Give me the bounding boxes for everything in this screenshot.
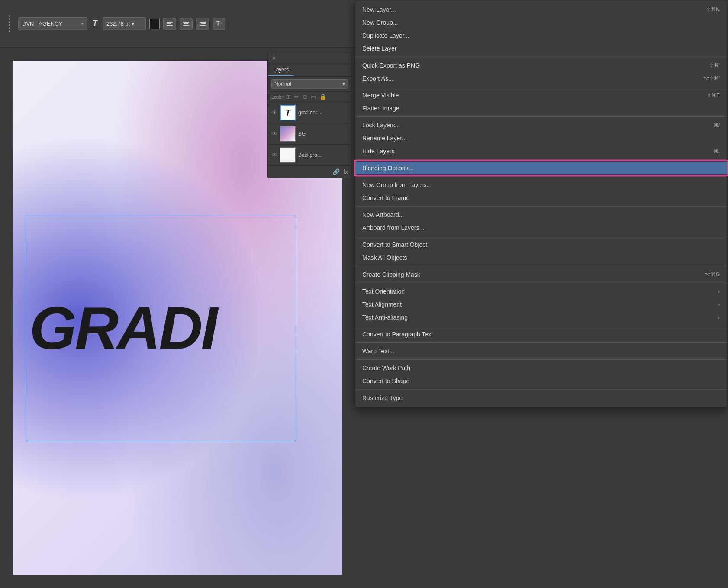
- menu-shortcut-lock-layers: ⌘/: [713, 122, 720, 128]
- align-left-icon: [166, 20, 173, 27]
- layers-tab[interactable]: Layers: [268, 64, 294, 76]
- menu-item-create-work-path[interactable]: Create Work Path: [355, 362, 727, 375]
- menu-item-new-group[interactable]: New Group...: [355, 16, 727, 29]
- menu-separator-after-warp-text: [355, 359, 727, 360]
- layer-visibility-bg[interactable]: 👁: [271, 130, 277, 137]
- menu-item-rasterize-type[interactable]: Rasterize Type: [355, 391, 727, 404]
- svg-rect-3: [183, 22, 189, 23]
- font-select[interactable]: DVN - AGENCY ▾: [18, 17, 87, 30]
- menu-shortcut-merge-visible: ⇧⌘E: [707, 92, 720, 98]
- layer-visibility-gradient[interactable]: 👁: [271, 109, 277, 116]
- layer-visibility-background[interactable]: 👁: [271, 152, 277, 158]
- align-right-button[interactable]: [196, 18, 209, 30]
- font-name-label: DVN - AGENCY: [22, 20, 62, 27]
- menu-label-duplicate-layer: Duplicate Layer...: [362, 32, 720, 39]
- menu-item-convert-to-shape[interactable]: Convert to Shape: [355, 375, 727, 388]
- blend-mode-arrow: ▾: [342, 81, 345, 87]
- canvas-text[interactable]: GRADI: [29, 293, 216, 363]
- menu-item-warp-text[interactable]: Warp Text...: [355, 345, 727, 358]
- menu-item-new-layer[interactable]: New Layer...⇧⌘N: [355, 3, 727, 16]
- menu-separator-after-convert-to-shape: [355, 389, 727, 390]
- layers-panel-tabs: Layers: [268, 64, 351, 77]
- menu-item-duplicate-layer[interactable]: Duplicate Layer...: [355, 29, 727, 42]
- menu-separator-after-create-clipping-mask: [355, 283, 727, 283]
- menu-label-new-layer: New Layer...: [362, 6, 698, 13]
- menu-item-convert-to-paragraph-text[interactable]: Convert to Paragraph Text: [355, 328, 727, 341]
- menu-item-blending-options[interactable]: Blending Options...: [355, 162, 727, 174]
- menu-item-text-anti-aliasing[interactable]: Text Anti-aliasing›: [355, 311, 727, 324]
- menu-item-new-artboard[interactable]: New Artboard...: [355, 208, 727, 221]
- context-menu: New Layer...⇧⌘NNew Group...Duplicate Lay…: [355, 0, 727, 407]
- menu-label-create-work-path: Create Work Path: [362, 365, 720, 372]
- lock-move-icon[interactable]: ⊕: [303, 94, 307, 100]
- menu-separator-after-text-anti-aliasing: [355, 326, 727, 326]
- align-right-icon: [199, 20, 206, 27]
- color-swatch[interactable]: [149, 19, 160, 29]
- layers-panel-close-button[interactable]: ×: [272, 55, 276, 61]
- font-size-chevron: ▾: [132, 20, 135, 27]
- lock-all-icon[interactable]: 🔒: [319, 94, 326, 100]
- menu-item-convert-to-frame[interactable]: Convert to Frame: [355, 191, 727, 204]
- menu-label-text-anti-aliasing: Text Anti-aliasing: [362, 314, 709, 321]
- blend-mode-select[interactable]: Normal ▾: [271, 79, 348, 89]
- menu-item-text-alignment[interactable]: Text Alignment›: [355, 298, 727, 311]
- layer-item-bg[interactable]: 👁 BG: [268, 123, 351, 145]
- menu-separator-after-hide-layers: [355, 159, 727, 160]
- svg-rect-5: [183, 25, 189, 26]
- menu-item-artboard-from-layers[interactable]: Artboard from Layers...: [355, 221, 727, 234]
- align-left-button[interactable]: [163, 18, 176, 30]
- menu-item-text-orientation[interactable]: Text Orientation›: [355, 285, 727, 298]
- menu-item-delete-layer[interactable]: Delete Layer: [355, 42, 727, 55]
- layer-bottom-bar: 🔗 fx: [268, 166, 351, 178]
- menu-label-rasterize-type: Rasterize Type: [362, 394, 720, 401]
- menu-label-mask-all-objects: Mask All Objects: [362, 254, 720, 261]
- menu-separator-after-convert-to-paragraph-text: [355, 342, 727, 343]
- layer-thumb-bg: [280, 126, 296, 142]
- blend-mode-label: Normal: [274, 81, 291, 87]
- menu-label-new-group: New Group...: [362, 19, 720, 26]
- svg-rect-0: [167, 22, 173, 23]
- layer-item-background[interactable]: 👁 Backgro...: [268, 145, 351, 166]
- menu-arrow-text-alignment: ›: [718, 301, 720, 307]
- menu-label-convert-to-shape: Convert to Shape: [362, 378, 720, 384]
- menu-item-lock-layers[interactable]: Lock Layers...⌘/: [355, 119, 727, 132]
- layer-item-gradient-text[interactable]: 👁 T gradient...: [268, 102, 351, 123]
- menu-label-warp-text: Warp Text...: [362, 348, 720, 355]
- menu-label-rename-layer: Rename Layer...: [362, 135, 720, 142]
- menu-item-export-as[interactable]: Export As...⌥⇧⌘': [355, 72, 727, 85]
- menu-label-quick-export-png: Quick Export as PNG: [362, 62, 701, 69]
- menu-label-delete-layer: Delete Layer: [362, 45, 720, 52]
- menu-label-create-clipping-mask: Create Clipping Mask: [362, 271, 696, 278]
- menu-separator-after-export-as: [355, 87, 727, 87]
- toolbar-handle: [9, 15, 10, 32]
- menu-item-hide-layers[interactable]: Hide Layers⌘,: [355, 145, 727, 158]
- blend-mode-row: Normal ▾: [268, 77, 351, 92]
- menu-label-convert-to-smart-object: Convert to Smart Object: [362, 241, 720, 248]
- menu-item-quick-export-png[interactable]: Quick Export as PNG⇧⌘': [355, 59, 727, 72]
- menu-separator-after-blending-options: [355, 176, 727, 177]
- menu-item-merge-visible[interactable]: Merge Visible⇧⌘E: [355, 89, 727, 102]
- layer-link-button[interactable]: 🔗: [332, 168, 340, 175]
- menu-item-convert-to-smart-object[interactable]: Convert to Smart Object: [355, 238, 727, 251]
- font-size-select[interactable]: 232,78 pt ▾: [103, 17, 146, 30]
- menu-item-create-clipping-mask[interactable]: Create Clipping Mask⌥⌘G: [355, 268, 727, 281]
- menu-item-mask-all-objects[interactable]: Mask All Objects: [355, 251, 727, 264]
- layer-fx-button[interactable]: fx: [343, 168, 348, 175]
- layers-panel: × Layers Normal ▾ Lock: ⊞ ✏ ⊕ ▭ 🔒 👁 T gr…: [267, 52, 352, 178]
- align-center-button[interactable]: [180, 18, 193, 30]
- lock-paint-icon[interactable]: ✏: [294, 94, 299, 100]
- menu-label-new-artboard: New Artboard...: [362, 211, 720, 218]
- menu-separator-after-mask-all-objects: [355, 266, 727, 266]
- lock-row: Lock: ⊞ ✏ ⊕ ▭ 🔒: [268, 92, 351, 102]
- lock-artboard-icon[interactable]: ▭: [311, 94, 316, 100]
- menu-item-flatten-image[interactable]: Flatten Image: [355, 102, 727, 115]
- align-center-icon: [183, 20, 190, 27]
- lock-transparency-icon[interactable]: ⊞: [286, 94, 291, 100]
- typography-button[interactable]: T≡: [213, 18, 225, 30]
- menu-separator-after-convert-to-frame: [355, 206, 727, 207]
- menu-item-new-group-from-layers[interactable]: New Group from Layers...: [355, 178, 727, 191]
- menu-item-rename-layer[interactable]: Rename Layer...: [355, 132, 727, 145]
- menu-label-artboard-from-layers: Artboard from Layers...: [362, 224, 720, 231]
- svg-rect-4: [184, 23, 188, 24]
- menu-arrow-text-orientation: ›: [718, 288, 720, 294]
